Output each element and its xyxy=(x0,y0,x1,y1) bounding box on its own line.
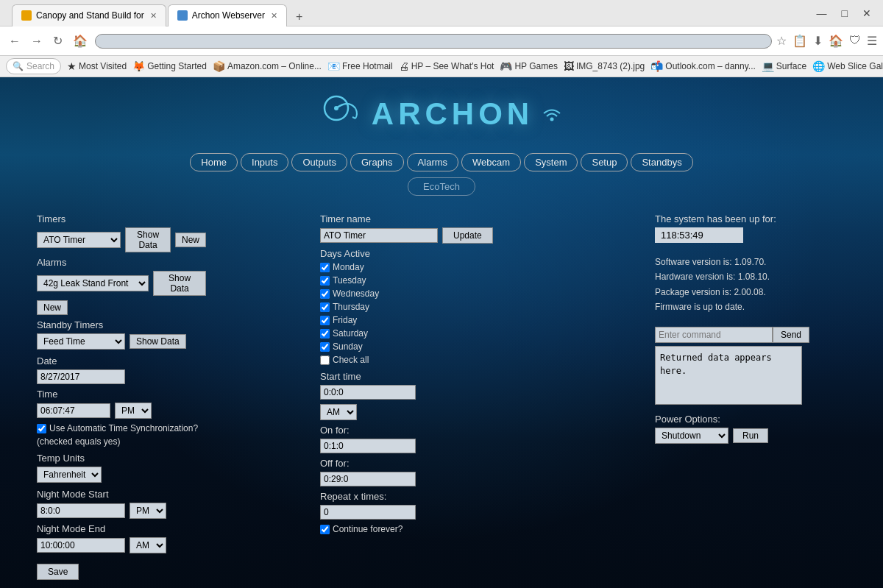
check-all-checkbox[interactable] xyxy=(320,355,330,365)
time-input[interactable] xyxy=(37,403,110,418)
start-time-input[interactable] xyxy=(320,385,416,400)
img-icon: 🖼 xyxy=(564,60,574,72)
address-input[interactable] xyxy=(95,34,772,49)
new-tab-button[interactable]: + xyxy=(288,7,310,26)
nav-home[interactable]: Home xyxy=(190,153,238,171)
window-controls: — □ ✕ xyxy=(811,6,877,21)
tab-close-archon[interactable]: ✕ xyxy=(271,11,277,21)
timer-select[interactable]: ATO Timer xyxy=(37,232,121,248)
update-button[interactable]: Update xyxy=(442,227,493,244)
timer-name-input[interactable] xyxy=(320,228,438,243)
alarm-new-btn[interactable]: New xyxy=(37,300,68,315)
night-start-ampm[interactable]: PM xyxy=(130,503,166,519)
standby-label: Standby Timers xyxy=(37,319,206,330)
amazon-icon: 📦 xyxy=(213,60,225,72)
continue-label: Continue forever? xyxy=(333,524,403,534)
night-end-input[interactable] xyxy=(37,538,125,553)
sunday-checkbox[interactable] xyxy=(320,342,330,352)
on-for-input[interactable] xyxy=(320,439,416,453)
off-for-input[interactable] xyxy=(320,472,416,486)
nav-standbys[interactable]: Standbys xyxy=(631,153,692,171)
bookmark-most-visited[interactable]: ★ Most Visited xyxy=(67,60,127,72)
back-button[interactable]: ← xyxy=(6,32,24,51)
download-icon[interactable]: ⬇ xyxy=(813,34,823,48)
nav-graphs[interactable]: Graphs xyxy=(350,153,404,171)
temp-select[interactable]: Fahrenheit xyxy=(37,467,102,483)
saturday-checkbox[interactable] xyxy=(320,329,330,339)
browser-icons: ☆ 📋 ⬇ 🏠 🛡 ☰ xyxy=(776,34,877,48)
standby-show-data-btn[interactable]: Show Data xyxy=(130,334,186,349)
forward-button[interactable]: → xyxy=(28,32,46,51)
nav-ecotech[interactable]: EcoTech xyxy=(408,177,475,196)
tab-canopy[interactable]: Canopy and Stand Build for ✕ xyxy=(12,4,166,26)
bookmark-hp[interactable]: 🖨 HP – See What's Hot xyxy=(399,60,494,72)
bookmark-label-2: Amazon.com – Online... xyxy=(227,61,322,71)
nav-inputs[interactable]: Inputs xyxy=(241,153,288,171)
monday-label: Monday xyxy=(333,262,364,272)
save-button[interactable]: Save xyxy=(37,564,79,580)
version-info: Software version is: 1.09.70. Hardware v… xyxy=(655,255,846,315)
nav-system[interactable]: System xyxy=(524,153,578,171)
nav-outputs[interactable]: Outputs xyxy=(291,153,347,171)
repeat-input[interactable] xyxy=(320,505,416,520)
night-end-ampm[interactable]: AM xyxy=(130,537,166,553)
games-icon: 🎮 xyxy=(500,60,512,72)
auto-sync-checkbox[interactable] xyxy=(37,424,46,433)
date-row xyxy=(37,369,206,384)
bookmark-label-8: Surface xyxy=(776,61,806,71)
monday-checkbox[interactable] xyxy=(320,263,330,272)
tuesday-checkbox[interactable] xyxy=(320,276,330,286)
star-icon[interactable]: ☆ xyxy=(776,34,787,48)
ampm-select[interactable]: PM xyxy=(115,403,152,419)
wednesday-checkbox[interactable] xyxy=(320,289,330,299)
minimize-button[interactable]: — xyxy=(811,6,833,21)
refresh-button[interactable]: ↻ xyxy=(50,31,65,51)
bookmark-surface[interactable]: 💻 Surface xyxy=(762,60,806,72)
bookmark-getting-started[interactable]: 🦊 Getting Started xyxy=(132,60,207,72)
home-icon2[interactable]: 🏠 xyxy=(829,34,843,48)
bookmark-amazon[interactable]: 📦 Amazon.com – Online... xyxy=(213,60,322,72)
nav-webcam[interactable]: Webcam xyxy=(461,153,521,171)
tab-close-canopy[interactable]: ✕ xyxy=(150,11,157,21)
check-all-label: Check all xyxy=(333,355,369,365)
night-start-input[interactable] xyxy=(37,503,125,518)
nav-setup[interactable]: Setup xyxy=(581,153,628,171)
archon-logo-svg xyxy=(320,92,364,136)
alarm-show-data-btn[interactable]: Show Data xyxy=(153,271,206,296)
software-version: Software version is: 1.09.70. xyxy=(655,255,846,269)
date-input[interactable] xyxy=(37,369,125,384)
shield-icon[interactable]: 🛡 xyxy=(849,34,861,48)
nav-alarms[interactable]: Alarms xyxy=(407,153,458,171)
timer-new-btn[interactable]: New xyxy=(175,233,206,247)
off-for-row xyxy=(320,472,541,486)
maximize-button[interactable]: □ xyxy=(836,6,854,21)
tab-archon[interactable]: Archon Webserver ✕ xyxy=(168,4,287,26)
command-input[interactable] xyxy=(655,327,773,343)
search-wrap[interactable]: 🔍 Search xyxy=(6,58,61,74)
power-select[interactable]: Shutdown xyxy=(655,428,728,444)
thursday-checkbox[interactable] xyxy=(320,302,330,312)
timer-show-data-btn[interactable]: Show Data xyxy=(125,227,171,252)
send-button[interactable]: Send xyxy=(773,327,809,343)
bookmark-label-7: Outlook.com – danny... xyxy=(665,61,756,71)
home-button[interactable]: 🏠 xyxy=(70,31,91,51)
package-version: Package version is: 2.00.08. xyxy=(655,285,846,300)
bookmark-img[interactable]: 🖼 IMG_8743 (2).jpg xyxy=(564,60,645,72)
bookmark-hotmail[interactable]: 📧 Free Hotmail xyxy=(327,60,393,72)
bookmarks-bar: 🔍 Search ★ Most Visited 🦊 Getting Starte… xyxy=(0,56,883,77)
bookmark-hp-games[interactable]: 🎮 HP Games xyxy=(500,60,557,72)
friday-checkbox[interactable] xyxy=(320,316,330,325)
reader-icon[interactable]: 📋 xyxy=(792,34,807,48)
menu-icon[interactable]: ☰ xyxy=(867,34,877,48)
bookmark-outlook[interactable]: 📬 Outlook.com – danny... xyxy=(650,60,756,72)
close-button[interactable]: ✕ xyxy=(857,6,877,21)
bookmark-web-slice[interactable]: 🌐 Web Slice Gallery xyxy=(812,60,883,72)
run-button[interactable]: Run xyxy=(733,428,768,443)
alarm-select[interactable]: 42g Leak Stand Front xyxy=(37,275,149,291)
continue-checkbox[interactable] xyxy=(320,525,330,534)
start-ampm-select[interactable]: AM xyxy=(320,404,357,420)
standby-select[interactable]: Feed Time xyxy=(37,333,125,350)
continue-forever-row: Continue forever? xyxy=(320,524,541,534)
date-label: Date xyxy=(37,355,206,366)
bookmark-label-5: HP Games xyxy=(514,61,557,71)
